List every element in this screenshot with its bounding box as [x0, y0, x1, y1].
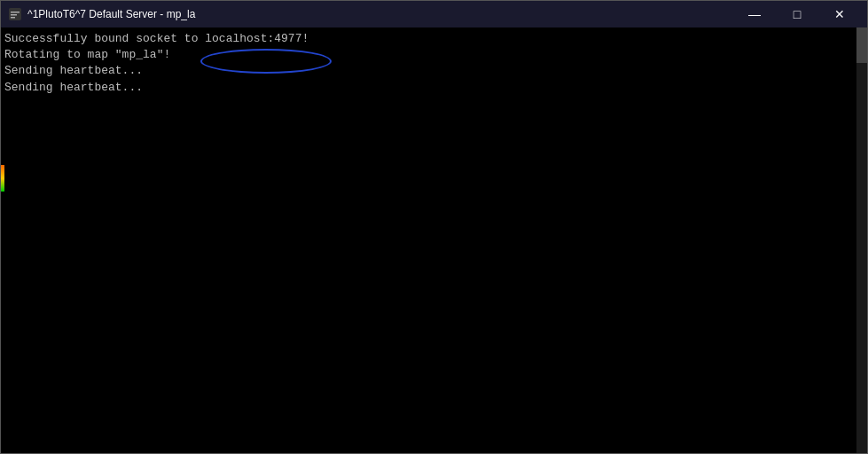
svg-rect-1	[11, 12, 20, 13]
svg-rect-2	[11, 14, 17, 16]
scrollbar[interactable]	[856, 27, 867, 453]
close-button[interactable]: ✕	[819, 1, 860, 27]
window-title: ^1PlutoT6^7 Default Server - mp_la	[27, 8, 195, 20]
terminal-output: Successfully bound socket to localhost:4…	[4, 31, 864, 96]
terminal-area[interactable]: Successfully bound socket to localhost:4…	[1, 27, 867, 453]
minimize-button[interactable]: —	[734, 1, 775, 27]
titlebar: ^1PlutoT6^7 Default Server - mp_la — □ ✕	[1, 1, 867, 27]
svg-rect-3	[11, 17, 15, 19]
sidebar-indicator	[1, 165, 4, 192]
titlebar-controls: — □ ✕	[734, 1, 860, 27]
titlebar-left: ^1PlutoT6^7 Default Server - mp_la	[8, 7, 195, 21]
app-icon	[8, 7, 22, 21]
scrollbar-thumb[interactable]	[856, 27, 867, 63]
window: ^1PlutoT6^7 Default Server - mp_la — □ ✕…	[0, 0, 868, 454]
maximize-button[interactable]: □	[777, 1, 817, 27]
